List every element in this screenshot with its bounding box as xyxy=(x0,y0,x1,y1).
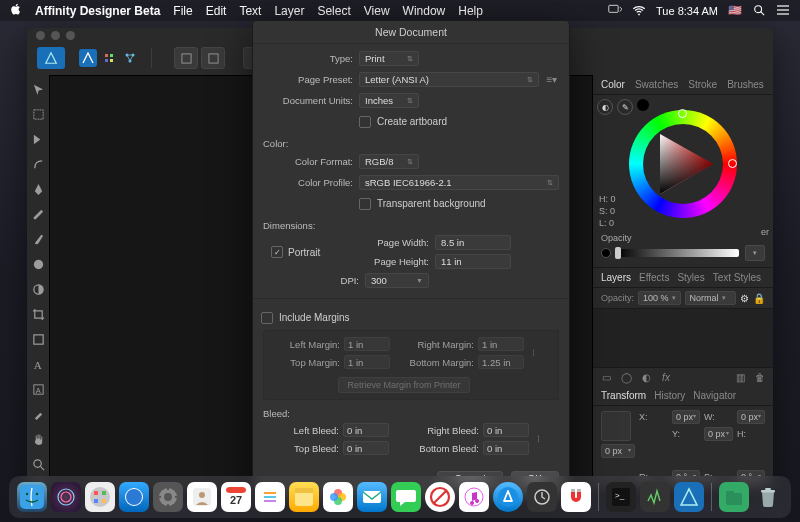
page-height-input[interactable]: 11 in xyxy=(435,254,511,269)
tab-styles[interactable]: Styles xyxy=(677,272,704,283)
dock-notes[interactable] xyxy=(289,482,319,512)
pen-tool[interactable] xyxy=(30,181,46,197)
opacity-dropdown[interactable]: ▾ xyxy=(745,245,765,261)
blend-mode-dropdown[interactable]: Normal xyxy=(685,291,736,305)
group-icon[interactable]: ▥ xyxy=(733,370,747,384)
dock-terminal[interactable]: >_ xyxy=(606,482,636,512)
top-margin-input[interactable]: 1 in xyxy=(344,355,390,369)
eyedropper-tool[interactable] xyxy=(30,406,46,422)
zoom-tool[interactable] xyxy=(30,456,46,472)
text-frame-tool[interactable]: A xyxy=(30,381,46,397)
maximize-window-button[interactable] xyxy=(66,31,75,40)
dock-finder[interactable] xyxy=(17,482,47,512)
type-dropdown[interactable]: Print xyxy=(359,51,419,66)
tab-text-styles[interactable]: Text Styles xyxy=(713,272,761,283)
persona-designer[interactable] xyxy=(79,49,97,67)
menu-layer[interactable]: Layer xyxy=(274,4,304,18)
dock-generic-1[interactable] xyxy=(527,482,557,512)
shape-tool[interactable] xyxy=(30,331,46,347)
screen-share-icon[interactable] xyxy=(608,4,622,18)
spotlight-icon[interactable] xyxy=(752,4,766,18)
link-margins-icon[interactable]: ⁞ xyxy=(528,348,538,358)
fill-tool[interactable] xyxy=(30,256,46,272)
corner-tool[interactable] xyxy=(30,156,46,172)
dock-downloads[interactable] xyxy=(719,482,749,512)
menu-select[interactable]: Select xyxy=(317,4,350,18)
preset-menu-icon[interactable]: ≡▾ xyxy=(545,73,559,87)
dock-music[interactable] xyxy=(459,482,489,512)
bottom-margin-input[interactable]: 1.25 in xyxy=(478,355,524,369)
wifi-icon[interactable] xyxy=(632,4,646,18)
layers-list[interactable] xyxy=(593,309,773,367)
tab-color[interactable]: Color xyxy=(601,79,625,90)
right-margin-input[interactable]: 1 in xyxy=(478,337,524,351)
tab-stroke[interactable]: Stroke xyxy=(688,79,717,90)
fx-icon[interactable]: fx xyxy=(659,370,673,384)
tab-swatches[interactable]: Swatches xyxy=(635,79,678,90)
delete-layer-icon[interactable]: 🗑 xyxy=(753,370,767,384)
w-field[interactable]: 0 px xyxy=(737,410,765,424)
pencil-tool[interactable] xyxy=(30,206,46,222)
dock-launchpad[interactable] xyxy=(85,482,115,512)
dock-calendar[interactable]: 27 xyxy=(221,482,251,512)
artboard-tool[interactable] xyxy=(30,106,46,122)
add-layer-icon[interactable]: ▭ xyxy=(599,370,613,384)
move-tool[interactable] xyxy=(30,81,46,97)
layer-opacity-dropdown[interactable]: 100 % xyxy=(638,291,681,305)
page-preset-dropdown[interactable]: Letter (ANSI A) xyxy=(359,72,539,87)
text-tool[interactable]: A xyxy=(30,356,46,372)
opacity-slider[interactable] xyxy=(617,249,739,257)
toolbar-button[interactable] xyxy=(201,47,225,69)
y-field[interactable]: 0 px xyxy=(704,427,733,441)
menu-file[interactable]: File xyxy=(173,4,192,18)
dock-settings[interactable] xyxy=(153,482,183,512)
node-tool[interactable] xyxy=(30,131,46,147)
app-name[interactable]: Affinity Designer Beta xyxy=(35,4,160,18)
add-adjustment-icon[interactable]: ◐ xyxy=(639,370,653,384)
bottom-bleed-input[interactable]: 0 in xyxy=(483,441,529,455)
left-bleed-input[interactable]: 0 in xyxy=(343,423,389,437)
tab-navigator[interactable]: Navigator xyxy=(693,390,736,401)
dock-contacts[interactable] xyxy=(187,482,217,512)
hue-handle-2[interactable] xyxy=(728,159,737,168)
dock-affinity-designer[interactable] xyxy=(674,482,704,512)
menu-view[interactable]: View xyxy=(364,4,390,18)
toolbar-button[interactable] xyxy=(174,47,198,69)
h-field[interactable]: 0 px xyxy=(601,444,635,458)
page-width-input[interactable]: 8.5 in xyxy=(435,235,511,250)
link-bleed-icon[interactable]: ⁞ xyxy=(533,434,543,444)
dock-safari[interactable] xyxy=(119,482,149,512)
menu-list-icon[interactable] xyxy=(776,4,790,18)
color-wheel[interactable]: ◐ ✎ er H: 0 S: 0 L: 0 xyxy=(593,95,773,233)
menubar-clock[interactable]: Tue 8:34 AM xyxy=(656,5,718,17)
add-mask-icon[interactable]: ◯ xyxy=(619,370,633,384)
dock-trash[interactable] xyxy=(753,482,783,512)
tab-layers[interactable]: Layers xyxy=(601,272,631,283)
persona-pixel[interactable] xyxy=(100,49,118,67)
tab-history[interactable]: History xyxy=(654,390,685,401)
dock-reminders[interactable] xyxy=(255,482,285,512)
brush-tool[interactable] xyxy=(30,231,46,247)
left-margin-input[interactable]: 1 in xyxy=(344,337,390,351)
dock-activity[interactable] xyxy=(640,482,670,512)
units-dropdown[interactable]: Inches xyxy=(359,93,419,108)
minimize-window-button[interactable] xyxy=(51,31,60,40)
dock-blocked[interactable] xyxy=(425,482,455,512)
dock-messages[interactable] xyxy=(391,482,421,512)
dock-mail[interactable] xyxy=(357,482,387,512)
retrieve-margin-button[interactable]: Retrieve Margin from Printer xyxy=(338,377,469,393)
color-profile-dropdown[interactable]: sRGB IEC61966-2.1 xyxy=(359,175,559,190)
crop-tool[interactable] xyxy=(30,306,46,322)
transparency-tool[interactable] xyxy=(30,281,46,297)
dock-photos[interactable] xyxy=(323,482,353,512)
hue-handle[interactable] xyxy=(678,109,687,118)
top-bleed-input[interactable]: 0 in xyxy=(343,441,389,455)
gear-icon[interactable]: ⚙ xyxy=(740,293,749,304)
tab-effects[interactable]: Effects xyxy=(639,272,669,283)
portrait-checkbox[interactable]: ✓ xyxy=(271,246,283,258)
close-window-button[interactable] xyxy=(36,31,45,40)
tab-transform[interactable]: Transform xyxy=(601,390,646,401)
hand-tool[interactable] xyxy=(30,431,46,447)
apple-icon[interactable] xyxy=(10,3,22,18)
include-margins-checkbox[interactable] xyxy=(261,312,273,324)
